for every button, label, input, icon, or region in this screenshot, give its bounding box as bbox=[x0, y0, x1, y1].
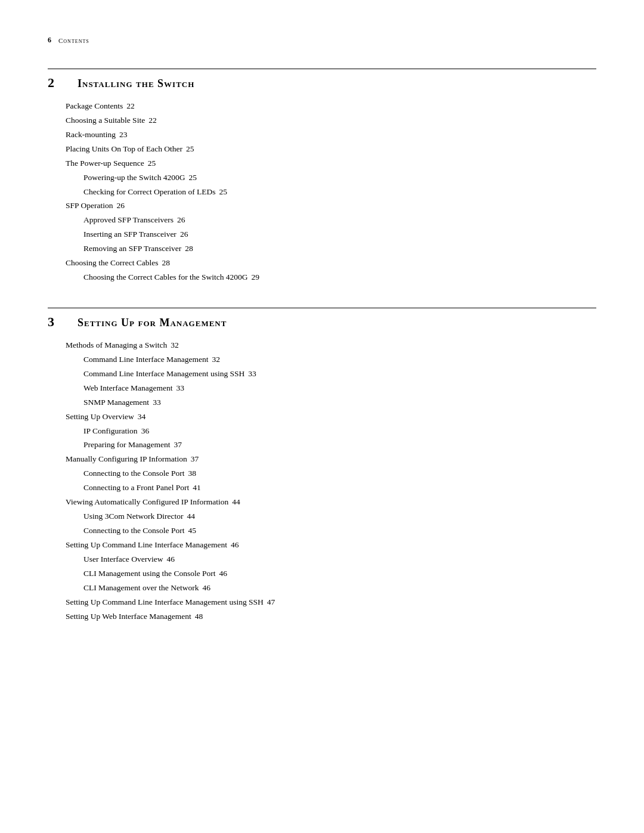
toc-entry: Connecting to a Front Panel Port41 bbox=[83, 482, 596, 494]
toc-entry: The Power-up Sequence25 bbox=[66, 157, 596, 170]
toc-entry: Choosing the Correct Cables28 bbox=[66, 257, 596, 270]
toc-entry-page: 34 bbox=[138, 411, 146, 423]
toc-entry: Setting Up Overview34 bbox=[66, 411, 596, 423]
toc-entry: Choosing the Correct Cables for the Swit… bbox=[83, 271, 596, 284]
toc-entry-page: 33 bbox=[153, 397, 161, 409]
chapter-title: Installing the Switch bbox=[78, 78, 194, 90]
toc-entry-text: Placing Units On Top of Each Other bbox=[66, 143, 182, 156]
chapter-divider bbox=[48, 308, 596, 308]
toc-entry-text: Rack-mounting bbox=[66, 129, 116, 141]
toc-entry-text: Checking for Correct Operation of LEDs bbox=[83, 186, 216, 199]
toc-entry: Viewing Automatically Configured IP Info… bbox=[66, 496, 596, 509]
toc-entry: User Interface Overview46 bbox=[83, 553, 596, 566]
page: 6 Contents 2Installing the SwitchPackage… bbox=[0, 0, 644, 833]
toc-entry-text: SFP Operation bbox=[66, 200, 113, 212]
chapter-2-section: 2Installing the SwitchPackage Contents22… bbox=[48, 69, 596, 284]
toc-entry-page: 48 bbox=[195, 611, 203, 623]
toc-entry-page: 36 bbox=[141, 425, 150, 438]
toc-entries: Package Contents22Choosing a Suitable Si… bbox=[66, 100, 596, 284]
toc-entry-page: 46 bbox=[202, 582, 210, 594]
toc-entry-text: Connecting to the Console Port bbox=[83, 525, 185, 537]
toc-entry: Setting Up Command Line Interface Manage… bbox=[66, 539, 596, 552]
toc-entry: Preparing for Management37 bbox=[83, 439, 596, 451]
toc-entry: Web Interface Management33 bbox=[83, 382, 596, 395]
toc-entry-page: 32 bbox=[212, 354, 221, 366]
toc-entry: CLI Management using the Console Port46 bbox=[83, 568, 596, 580]
toc-entry: Using 3Com Network Director44 bbox=[83, 510, 596, 523]
toc-entry-page: 44 bbox=[187, 510, 196, 523]
toc-entry: Methods of Managing a Switch32 bbox=[66, 339, 596, 352]
toc-entry-text: Methods of Managing a Switch bbox=[66, 339, 167, 352]
toc-entry-text: Choosing the Correct Cables for the Swit… bbox=[83, 271, 248, 284]
page-header: 6 Contents bbox=[48, 36, 596, 45]
toc-entry: Manually Configuring IP Information37 bbox=[66, 453, 596, 466]
toc-entry: IP Configuration36 bbox=[83, 425, 596, 438]
toc-entry-text: IP Configuration bbox=[83, 425, 138, 438]
toc-entry-page: 23 bbox=[119, 129, 128, 141]
toc-main: 2Installing the SwitchPackage Contents22… bbox=[48, 69, 596, 623]
toc-entry-page: 41 bbox=[193, 482, 201, 494]
toc-entry-page: 38 bbox=[188, 467, 197, 480]
toc-entry-page: 25 bbox=[219, 186, 228, 199]
chapter-number: 3 bbox=[48, 314, 66, 330]
toc-entry-text: The Power-up Sequence bbox=[66, 157, 144, 170]
toc-entry-page: 22 bbox=[126, 100, 135, 113]
toc-entry-page: 37 bbox=[191, 453, 199, 466]
toc-entries: Methods of Managing a Switch32Command Li… bbox=[66, 339, 596, 623]
toc-entry: Removing an SFP Transceiver28 bbox=[83, 243, 596, 255]
toc-entry-page: 28 bbox=[185, 243, 193, 255]
toc-entry: Placing Units On Top of Each Other25 bbox=[66, 143, 596, 156]
chapter-3-header: 3Setting Up for Management bbox=[48, 314, 596, 330]
toc-entry: Inserting an SFP Transceiver26 bbox=[83, 228, 596, 241]
toc-entry-page: 26 bbox=[180, 228, 188, 241]
toc-entry-text: Command Line Interface Management bbox=[83, 354, 209, 366]
toc-entry-page: 29 bbox=[252, 271, 260, 284]
toc-entry-page: 44 bbox=[232, 496, 240, 509]
toc-entry: Setting Up Command Line Interface Manage… bbox=[66, 596, 596, 609]
page-number: 6 bbox=[48, 36, 51, 45]
toc-entry-page: 26 bbox=[116, 200, 125, 212]
toc-entry: Package Contents22 bbox=[66, 100, 596, 113]
toc-entry: Setting Up Web Interface Management48 bbox=[66, 611, 596, 623]
toc-entry-text: Setting Up Command Line Interface Manage… bbox=[66, 596, 264, 609]
toc-entry-text: Preparing for Management bbox=[83, 439, 170, 451]
toc-entry-page: 46 bbox=[231, 539, 239, 552]
toc-entry-page: 33 bbox=[248, 368, 256, 380]
toc-entry: Command Line Interface Management using … bbox=[83, 368, 596, 380]
toc-entry-page: 25 bbox=[148, 157, 156, 170]
toc-entry: SNMP Management33 bbox=[83, 397, 596, 409]
toc-entry-page: 46 bbox=[166, 553, 175, 566]
toc-entry-text: Choosing a Suitable Site bbox=[66, 114, 145, 127]
toc-entry-page: 28 bbox=[162, 257, 171, 270]
toc-entry: Choosing a Suitable Site22 bbox=[66, 114, 596, 127]
toc-entry-text: Connecting to a Front Panel Port bbox=[83, 482, 189, 494]
toc-entry-text: CLI Management using the Console Port bbox=[83, 568, 216, 580]
toc-entry-text: Powering-up the Switch 4200G bbox=[83, 172, 185, 184]
toc-entry-page: 33 bbox=[177, 382, 185, 395]
chapter-2-header: 2Installing the Switch bbox=[48, 75, 596, 91]
toc-entry-text: Setting Up Web Interface Management bbox=[66, 611, 191, 623]
chapter-number: 2 bbox=[48, 75, 66, 91]
toc-entry: Connecting to the Console Port38 bbox=[83, 467, 596, 480]
toc-entry-text: Setting Up Overview bbox=[66, 411, 134, 423]
header-contents-label: Contents bbox=[58, 37, 89, 44]
toc-entry: Powering-up the Switch 4200G25 bbox=[83, 172, 596, 184]
toc-entry-page: 37 bbox=[174, 439, 182, 451]
toc-entry-text: Inserting an SFP Transceiver bbox=[83, 228, 177, 241]
toc-entry-page: 25 bbox=[189, 172, 197, 184]
toc-entry: Rack-mounting23 bbox=[66, 129, 596, 141]
toc-entry-text: Approved SFP Transceivers bbox=[83, 214, 174, 227]
toc-entry-text: Choosing the Correct Cables bbox=[66, 257, 159, 270]
toc-entry-page: 46 bbox=[219, 568, 228, 580]
toc-entry-text: SNMP Management bbox=[83, 397, 149, 409]
toc-entry: Approved SFP Transceivers26 bbox=[83, 214, 596, 227]
toc-entry-text: Using 3Com Network Director bbox=[83, 510, 184, 523]
toc-entry-text: Manually Configuring IP Information bbox=[66, 453, 187, 466]
toc-entry-page: 45 bbox=[188, 525, 197, 537]
toc-entry-page: 25 bbox=[186, 143, 194, 156]
toc-entry-page: 32 bbox=[171, 339, 179, 352]
toc-entry-text: CLI Management over the Network bbox=[83, 582, 199, 594]
toc-entry-text: Connecting to the Console Port bbox=[83, 467, 185, 480]
chapter-divider bbox=[48, 69, 596, 69]
toc-entry-text: Setting Up Command Line Interface Manage… bbox=[66, 539, 227, 552]
